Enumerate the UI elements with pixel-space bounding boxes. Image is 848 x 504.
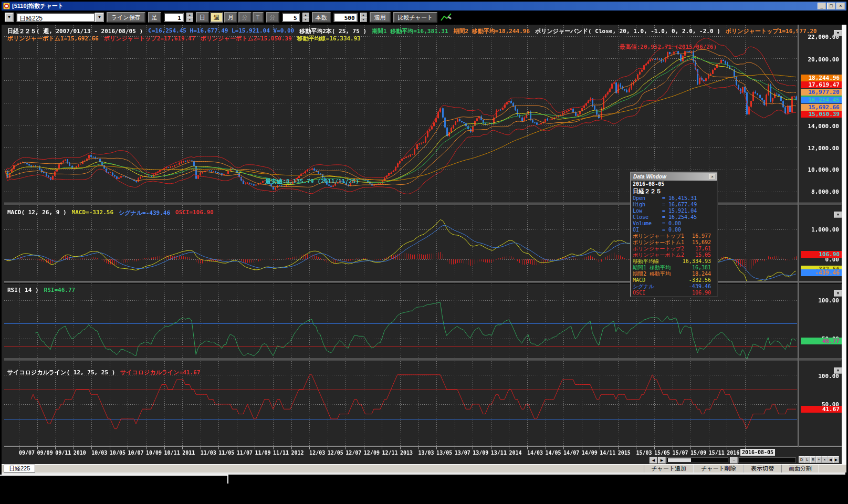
period-button-週[interactable]: 週 [210, 12, 223, 23]
x-axis-label: 13/07 [455, 450, 470, 456]
bar-count-spinner[interactable]: ▲▼ [360, 13, 367, 22]
minute-input[interactable]: 5 [282, 13, 300, 22]
x-axis-label: 11/11 [273, 450, 289, 456]
nav-button-L[interactable]: L [804, 456, 810, 463]
apply-button[interactable]: 適用 [370, 12, 391, 23]
nav-button-D[interactable]: D [799, 456, 804, 463]
scroll-right-button[interactable]: ▶ [658, 457, 666, 464]
panel-scroll-down-icon[interactable]: ▼ [834, 212, 842, 218]
symbol-input[interactable]: 日経225 [16, 13, 95, 22]
price-label-badge: 106.90 [801, 251, 842, 258]
nav-button-+[interactable]: + [816, 456, 822, 463]
x-axis-tick-mark [600, 447, 600, 449]
x-axis-label: 11/07 [237, 450, 253, 456]
compare-chart-button[interactable]: 比較チャート [393, 12, 438, 23]
maximize-icon[interactable]: □ [827, 3, 835, 9]
minimize-icon[interactable]: _ [818, 3, 826, 9]
header-segment: ボリンジャーボトム1=15,692.66 [7, 35, 99, 43]
statusbar-button[interactable]: チャート削除 [694, 465, 744, 472]
minute-label: 分 [266, 12, 279, 23]
x-axis-label: 10/05 [110, 450, 125, 456]
rsi-header: RSI( 14 )RSI=46.77 [7, 287, 75, 293]
x-axis-tick-mark [37, 447, 38, 449]
ashi-label: 足 [148, 12, 161, 23]
data-window-row: シグナル-439.46 [631, 284, 717, 290]
symbol-combo[interactable]: 日経225 ▼ [16, 13, 104, 22]
desktop: [5110]指数チャート _ □ × ▼ 日経225 ▼ ライン保存 足 1 ▲… [0, 0, 848, 504]
chevron-down-icon[interactable]: ▼ [95, 13, 104, 22]
nav-button-R[interactable]: R [810, 456, 816, 463]
panel-scroll-down-icon[interactable]: ▼ [834, 368, 842, 374]
scrollbar-track[interactable] [666, 457, 728, 463]
data-window-row: ボリンジャートップ217,61 [631, 246, 717, 252]
x-axis-label: 12/03 [309, 450, 325, 456]
scroll-left-button[interactable]: ◀ [650, 457, 657, 464]
price-label-badge: 16,254.45 [801, 97, 842, 103]
panel-separator[interactable] [4, 359, 842, 361]
price-label-badge: 46.77 [801, 338, 842, 344]
x-axis-label: 2015 [618, 450, 631, 456]
price-axis: 22,000.0020,000.0014,000.0012,000.0010,0… [798, 25, 842, 447]
statusbar-button[interactable]: 画面分割 [781, 465, 819, 472]
x-axis-label: 09/11 [55, 450, 71, 456]
ashi-count-input[interactable]: 1 [164, 13, 184, 22]
y-axis-tick: 12,000.00 [808, 145, 839, 152]
x-axis-tick-mark [618, 447, 619, 449]
period-button-group: 日週月分T [196, 12, 264, 23]
panel-scroll-down-icon[interactable]: ▼ [834, 290, 842, 297]
data-window-title: Data Window [633, 174, 666, 180]
macd-header: MACD( 12, 26, 9 )MACD=-332.56シグナル=-439.4… [7, 209, 214, 217]
x-axis-tick-mark [110, 447, 110, 449]
period-button-月[interactable]: 月 [224, 12, 237, 23]
minute-spinner[interactable]: ▲▼ [302, 13, 309, 22]
price-label-badge: 16,977.20 [801, 89, 842, 96]
period-button-分[interactable]: 分 [238, 12, 252, 23]
bar-count-input[interactable]: 500 [333, 13, 358, 22]
x-axis-label: 11/05 [218, 450, 234, 456]
status-bar: 日経225 チャート追加チャート削除表示切替画面分割 [2, 464, 846, 472]
current-date-label: 2016-08-05 [740, 449, 775, 456]
price-label-badge: 17,619.47 [801, 81, 842, 88]
data-window-row: MACD-332.56 [631, 277, 717, 284]
x-axis-label: 10/03 [91, 450, 107, 456]
zoom-out-button[interactable]: − [730, 457, 738, 464]
x-axis-tick-mark [364, 447, 364, 449]
statusbar-button[interactable]: 表示切替 [744, 465, 781, 472]
panel-scroll-down-icon[interactable]: ▼ [834, 30, 842, 36]
scrollbar-thumb[interactable] [668, 458, 691, 462]
data-window-row: OI=0.00 [631, 227, 717, 233]
x-axis-tick-mark [509, 447, 509, 449]
header-segment: サイコロジカルライン( 12, 75, 25 ) [7, 369, 115, 376]
x-axis-label: 2012 [291, 450, 304, 456]
header-segment: 日経２２５( 週, 2007/01/13 - 2016/08/05 ) [7, 27, 143, 35]
scrollbar-track-2[interactable] [738, 457, 796, 463]
x-axis: 2016-08-05 09/0709/0909/11201010/0310/05… [4, 447, 797, 456]
symbol-history-dropdown[interactable]: ▼ [5, 13, 14, 22]
x-axis-label: 13/11 [491, 450, 507, 456]
header-segment: C=16,254.45 H=16,677.49 L=15,921.04 V=0.… [148, 27, 294, 35]
period-button-日[interactable]: 日 [196, 12, 209, 23]
x-axis-label: 14/11 [600, 450, 615, 456]
data-window-rows: Open=16,415.31High=16,677.49Low=15,921.0… [631, 195, 717, 297]
x-axis-label: 2014 [509, 450, 521, 456]
trendline-draw-icon[interactable] [440, 12, 453, 23]
data-window-row: ボリンジャーボトム215,05 [631, 252, 717, 258]
nav-button-▶[interactable]: ▶ [833, 456, 839, 463]
x-axis-label: 09/07 [19, 450, 35, 456]
nav-button-◀[interactable]: ◀ [828, 456, 833, 463]
nav-button-×[interactable]: × [822, 456, 828, 463]
chart-tab[interactable]: 日経225 [4, 465, 35, 472]
statusbar-button[interactable]: チャート追加 [644, 465, 694, 472]
x-axis-label: 2016 [727, 450, 739, 456]
x-axis-label: 12/05 [328, 450, 343, 456]
x-axis-label: 2013 [400, 450, 413, 456]
x-axis-tick-mark [673, 447, 673, 449]
x-axis-label: 12/07 [346, 450, 361, 456]
x-axis-tick-mark [309, 447, 310, 449]
close-icon[interactable]: × [836, 3, 845, 9]
data-window-titlebar[interactable]: Data Window × [631, 173, 717, 181]
close-icon[interactable]: × [709, 174, 716, 180]
ashi-spinner[interactable]: ▲▼ [186, 13, 193, 22]
period-button-T[interactable]: T [253, 12, 264, 23]
line-save-button[interactable]: ライン保存 [107, 12, 145, 23]
